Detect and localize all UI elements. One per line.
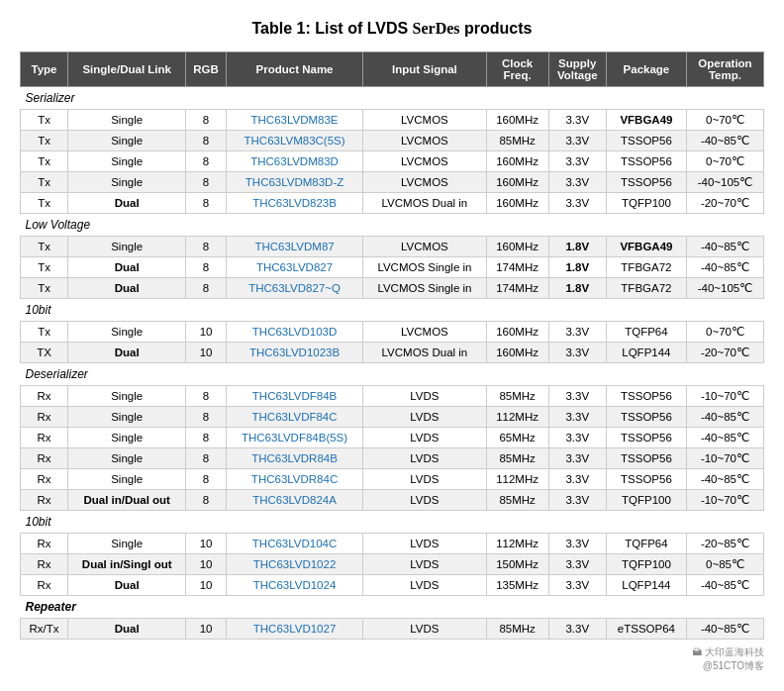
product-cell[interactable]: THC63LVDM87 [226, 237, 362, 257]
data-cell: Tx [21, 151, 68, 172]
data-cell: Tx [21, 257, 68, 278]
data-cell: LVDS [363, 490, 486, 511]
data-cell: LVDS [363, 407, 486, 428]
data-cell: -10~70℃ [686, 448, 763, 469]
data-cell: 10 [186, 554, 227, 575]
product-cell[interactable]: THC63LVD1027 [226, 619, 362, 640]
product-cell[interactable]: THC63LVD1022 [226, 554, 362, 575]
data-cell: -40~85℃ [686, 131, 763, 151]
data-cell: 10 [186, 322, 227, 343]
product-cell[interactable]: THC63LVM83C(5S) [226, 131, 362, 151]
product-cell[interactable]: THC63LVDF84B [226, 386, 362, 407]
data-cell: Single [68, 407, 186, 428]
section-header-2: 10bit [21, 299, 764, 322]
data-cell: 1.8V [548, 257, 606, 278]
product-cell[interactable]: THC63LVDM83D-Z [226, 172, 362, 193]
data-cell: LVDS [363, 469, 486, 490]
table-row: RxDual in/Singl out10THC63LVD1022LVDS150… [21, 554, 764, 575]
product-cell[interactable]: THC63LVDF84C [226, 407, 362, 428]
data-cell: LVDS [363, 428, 486, 448]
section-label-4: 10bit [21, 511, 764, 534]
table-row: TxSingle8THC63LVM83C(5S)LVCMOS85MHz3.3VT… [21, 131, 764, 151]
product-link[interactable]: THC63LVDM83E [251, 114, 339, 126]
product-cell[interactable]: THC63LVDM83D [226, 151, 362, 172]
data-cell: Dual [68, 257, 186, 278]
table-row: TxSingle8THC63LVDM83ELVCMOS160MHz3.3VVFB… [21, 110, 764, 131]
product-link[interactable]: THC63LVDR84C [251, 473, 338, 485]
data-cell: -40~105℃ [686, 172, 763, 193]
data-cell: Tx [21, 322, 68, 343]
data-cell: 85MHz [486, 386, 548, 407]
product-cell[interactable]: THC63LVD1024 [226, 575, 362, 596]
product-link[interactable]: THC63LVM83C(5S) [245, 135, 345, 147]
product-link[interactable]: THC63LVD1022 [253, 558, 337, 570]
product-link[interactable]: THC63LVD827~Q [248, 282, 341, 294]
product-link[interactable]: THC63LVD104C [252, 538, 337, 549]
data-cell: LVCMOS [363, 151, 486, 172]
product-link[interactable]: THC63LVDM83D-Z [245, 176, 343, 188]
product-link[interactable]: THC63LVDF84C [252, 411, 338, 423]
data-cell: -40~85℃ [686, 575, 763, 596]
data-cell: Rx [21, 554, 68, 575]
product-link[interactable]: THC63LVD103D [252, 326, 337, 338]
data-cell: Single [68, 110, 186, 131]
product-cell[interactable]: THC63LVD103D [226, 322, 362, 343]
data-cell: 160MHz [486, 343, 548, 363]
data-cell: 112MHz [486, 534, 548, 554]
product-cell[interactable]: THC63LVDR84C [226, 469, 362, 490]
product-link[interactable]: THC63LVDF84B [252, 390, 337, 402]
data-cell: 8 [186, 428, 227, 448]
data-cell: -40~85℃ [686, 428, 763, 448]
product-cell[interactable]: THC63LVD104C [226, 534, 362, 554]
col-operation-temp: OperationTemp. [686, 52, 763, 87]
product-cell[interactable]: THC63LVDM83E [226, 110, 362, 131]
product-link[interactable]: THC63LVDR84B [251, 452, 338, 464]
data-cell: -40~85℃ [686, 257, 763, 278]
product-cell[interactable]: THC63LVD827 [226, 257, 362, 278]
product-cell[interactable]: THC63LVDF84B(5S) [226, 428, 362, 448]
product-link[interactable]: THC63LVD1027 [253, 623, 337, 635]
product-cell[interactable]: THC63LVD823B [226, 193, 362, 214]
data-cell: Rx [21, 428, 68, 448]
product-cell[interactable]: THC63LVD824A [226, 490, 362, 511]
product-link[interactable]: THC63LVDF84B(5S) [242, 432, 347, 444]
table-title: Table 1: List of LVDS SerDes products [20, 20, 764, 38]
product-link[interactable]: THC63LVDM83D [250, 155, 339, 167]
product-link[interactable]: THC63LVD823B [252, 197, 337, 209]
data-cell: TSSOP56 [606, 469, 686, 490]
data-cell: 8 [186, 448, 227, 469]
product-cell[interactable]: THC63LVDR84B [226, 448, 362, 469]
col-single-dual: Single/Dual Link [68, 52, 186, 87]
data-cell: Dual [68, 193, 186, 214]
data-cell: LVCMOS [363, 131, 486, 151]
data-cell: 3.3V [548, 386, 606, 407]
product-link[interactable]: THC63LVDM87 [254, 241, 334, 252]
data-cell: LVDS [363, 575, 486, 596]
product-link[interactable]: THC63LVD1023B [249, 346, 340, 358]
table-row: RxSingle8THC63LVDF84B(5S)LVDS65MHz3.3VTS… [21, 428, 764, 448]
data-cell: LVCMOS [363, 172, 486, 193]
data-cell: TQFP64 [606, 534, 686, 554]
product-cell[interactable]: THC63LVD1023B [226, 343, 362, 363]
product-link[interactable]: THC63LVD824A [252, 494, 337, 506]
data-cell: -20~70℃ [686, 193, 763, 214]
data-cell: -40~85℃ [686, 407, 763, 428]
table-row: TxDual8THC63LVD827~QLVCMOS Single in174M… [21, 278, 764, 299]
data-cell: Tx [21, 278, 68, 299]
data-cell: -40~85℃ [686, 237, 763, 257]
data-cell: LVCMOS Single in [363, 278, 486, 299]
product-link[interactable]: THC63LVD827 [256, 261, 333, 273]
table-row: RxDual in/Dual out8THC63LVD824ALVDS85MHz… [21, 490, 764, 511]
data-cell: Tx [21, 131, 68, 151]
table-row: TxSingle8THC63LVDM87LVCMOS160MHz1.8VVFBG… [21, 237, 764, 257]
data-cell: 174MHz [486, 257, 548, 278]
data-cell: -10~70℃ [686, 386, 763, 407]
data-cell: Single [68, 322, 186, 343]
section-label-3: Deserializer [21, 363, 764, 386]
product-link[interactable]: THC63LVD1024 [253, 579, 337, 591]
product-cell[interactable]: THC63LVD827~Q [226, 278, 362, 299]
data-cell: 3.3V [548, 575, 606, 596]
data-cell: 3.3V [548, 322, 606, 343]
data-cell: 85MHz [486, 448, 548, 469]
table-row: RxSingle8THC63LVDF84BLVDS85MHz3.3VTSSOP5… [21, 386, 764, 407]
